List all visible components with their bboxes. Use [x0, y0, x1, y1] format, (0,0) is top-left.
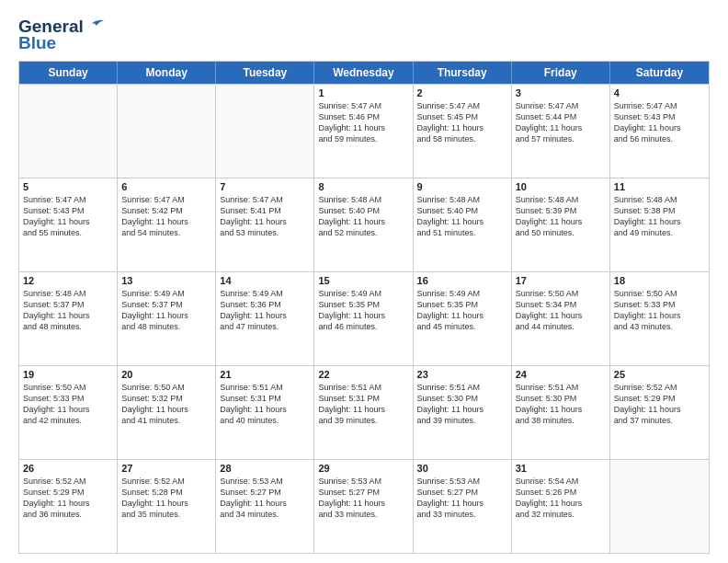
day-cell-31: 31Sunrise: 5:54 AM Sunset: 5:26 PM Dayli… — [512, 460, 610, 553]
logo-blue: Blue — [18, 33, 56, 53]
page: General Blue SundayMondayTuesdayWednesda… — [0, 0, 728, 563]
day-number: 24 — [516, 369, 606, 380]
weekday-header-sunday: Sunday — [19, 62, 118, 84]
day-number: 15 — [318, 275, 408, 286]
day-number: 3 — [516, 87, 606, 98]
day-info: Sunrise: 5:49 AM Sunset: 5:37 PM Dayligh… — [121, 288, 211, 333]
week-row-1: 1Sunrise: 5:47 AM Sunset: 5:46 PM Daylig… — [19, 84, 709, 178]
week-row-4: 19Sunrise: 5:50 AM Sunset: 5:33 PM Dayli… — [19, 365, 709, 459]
empty-cell — [610, 460, 709, 553]
day-info: Sunrise: 5:48 AM Sunset: 5:38 PM Dayligh… — [614, 194, 705, 239]
day-info: Sunrise: 5:53 AM Sunset: 5:27 PM Dayligh… — [417, 476, 507, 521]
day-number: 18 — [614, 275, 705, 286]
day-cell-29: 29Sunrise: 5:53 AM Sunset: 5:27 PM Dayli… — [314, 460, 413, 553]
day-info: Sunrise: 5:50 AM Sunset: 5:32 PM Dayligh… — [121, 382, 211, 427]
day-cell-5: 5Sunrise: 5:47 AM Sunset: 5:43 PM Daylig… — [19, 178, 118, 271]
day-number: 25 — [614, 369, 705, 380]
week-row-5: 26Sunrise: 5:52 AM Sunset: 5:29 PM Dayli… — [19, 459, 709, 553]
day-number: 17 — [516, 275, 606, 286]
day-number: 16 — [417, 275, 507, 286]
weekday-header-saturday: Saturday — [610, 62, 709, 84]
day-number: 30 — [417, 463, 507, 474]
day-number: 14 — [220, 275, 310, 286]
day-number: 26 — [23, 463, 113, 474]
day-cell-15: 15Sunrise: 5:49 AM Sunset: 5:35 PM Dayli… — [314, 272, 413, 365]
day-info: Sunrise: 5:53 AM Sunset: 5:27 PM Dayligh… — [318, 476, 408, 521]
day-cell-2: 2Sunrise: 5:47 AM Sunset: 5:45 PM Daylig… — [414, 85, 512, 178]
day-info: Sunrise: 5:51 AM Sunset: 5:31 PM Dayligh… — [318, 382, 408, 427]
day-info: Sunrise: 5:51 AM Sunset: 5:31 PM Dayligh… — [220, 382, 310, 427]
day-cell-17: 17Sunrise: 5:50 AM Sunset: 5:34 PM Dayli… — [512, 272, 610, 365]
day-info: Sunrise: 5:48 AM Sunset: 5:37 PM Dayligh… — [23, 288, 113, 333]
calendar-header: SundayMondayTuesdayWednesdayThursdayFrid… — [19, 62, 709, 84]
day-cell-24: 24Sunrise: 5:51 AM Sunset: 5:30 PM Dayli… — [512, 366, 610, 459]
day-cell-6: 6Sunrise: 5:47 AM Sunset: 5:42 PM Daylig… — [118, 178, 216, 271]
day-cell-27: 27Sunrise: 5:52 AM Sunset: 5:28 PM Dayli… — [118, 460, 216, 553]
week-row-2: 5Sunrise: 5:47 AM Sunset: 5:43 PM Daylig… — [19, 178, 709, 271]
day-number: 27 — [121, 463, 211, 474]
weekday-header-wednesday: Wednesday — [314, 62, 413, 84]
weekday-header-monday: Monday — [118, 62, 216, 84]
day-info: Sunrise: 5:47 AM Sunset: 5:43 PM Dayligh… — [23, 194, 113, 239]
day-cell-20: 20Sunrise: 5:50 AM Sunset: 5:32 PM Dayli… — [118, 366, 216, 459]
day-number: 31 — [516, 463, 606, 474]
logo-bird-icon — [85, 17, 106, 33]
day-info: Sunrise: 5:51 AM Sunset: 5:30 PM Dayligh… — [516, 382, 606, 427]
day-cell-21: 21Sunrise: 5:51 AM Sunset: 5:31 PM Dayli… — [216, 366, 314, 459]
day-info: Sunrise: 5:50 AM Sunset: 5:33 PM Dayligh… — [23, 382, 113, 427]
day-info: Sunrise: 5:52 AM Sunset: 5:28 PM Dayligh… — [121, 476, 211, 521]
day-info: Sunrise: 5:49 AM Sunset: 5:35 PM Dayligh… — [417, 288, 507, 333]
day-number: 19 — [23, 369, 113, 380]
day-cell-11: 11Sunrise: 5:48 AM Sunset: 5:38 PM Dayli… — [610, 178, 709, 271]
day-info: Sunrise: 5:48 AM Sunset: 5:40 PM Dayligh… — [318, 194, 408, 239]
day-number: 12 — [23, 275, 113, 286]
day-cell-14: 14Sunrise: 5:49 AM Sunset: 5:36 PM Dayli… — [216, 272, 314, 365]
day-number: 28 — [220, 463, 310, 474]
day-info: Sunrise: 5:54 AM Sunset: 5:26 PM Dayligh… — [516, 476, 606, 521]
day-cell-16: 16Sunrise: 5:49 AM Sunset: 5:35 PM Dayli… — [414, 272, 512, 365]
day-cell-30: 30Sunrise: 5:53 AM Sunset: 5:27 PM Dayli… — [414, 460, 512, 553]
day-info: Sunrise: 5:47 AM Sunset: 5:43 PM Dayligh… — [614, 100, 705, 145]
day-number: 20 — [121, 369, 211, 380]
day-cell-10: 10Sunrise: 5:48 AM Sunset: 5:39 PM Dayli… — [512, 178, 610, 271]
day-info: Sunrise: 5:50 AM Sunset: 5:33 PM Dayligh… — [614, 288, 705, 333]
day-info: Sunrise: 5:48 AM Sunset: 5:39 PM Dayligh… — [516, 194, 606, 239]
day-number: 1 — [318, 87, 408, 98]
empty-cell — [216, 85, 314, 178]
day-info: Sunrise: 5:51 AM Sunset: 5:30 PM Dayligh… — [417, 382, 507, 427]
day-info: Sunrise: 5:52 AM Sunset: 5:29 PM Dayligh… — [614, 382, 705, 427]
day-info: Sunrise: 5:47 AM Sunset: 5:41 PM Dayligh… — [220, 194, 310, 239]
day-info: Sunrise: 5:49 AM Sunset: 5:35 PM Dayligh… — [318, 288, 408, 333]
empty-cell — [19, 85, 118, 178]
day-info: Sunrise: 5:52 AM Sunset: 5:29 PM Dayligh… — [23, 476, 113, 521]
day-cell-7: 7Sunrise: 5:47 AM Sunset: 5:41 PM Daylig… — [216, 178, 314, 271]
day-info: Sunrise: 5:47 AM Sunset: 5:46 PM Dayligh… — [318, 100, 408, 145]
day-number: 6 — [121, 181, 211, 192]
day-number: 4 — [614, 87, 705, 98]
day-info: Sunrise: 5:47 AM Sunset: 5:45 PM Dayligh… — [417, 100, 507, 145]
header: General Blue — [18, 17, 710, 53]
day-number: 10 — [516, 181, 606, 192]
day-number: 8 — [318, 181, 408, 192]
weekday-header-tuesday: Tuesday — [216, 62, 314, 84]
day-cell-1: 1Sunrise: 5:47 AM Sunset: 5:46 PM Daylig… — [314, 85, 413, 178]
day-number: 13 — [121, 275, 211, 286]
day-info: Sunrise: 5:48 AM Sunset: 5:40 PM Dayligh… — [417, 194, 507, 239]
day-cell-4: 4Sunrise: 5:47 AM Sunset: 5:43 PM Daylig… — [610, 85, 709, 178]
day-cell-22: 22Sunrise: 5:51 AM Sunset: 5:31 PM Dayli… — [314, 366, 413, 459]
day-cell-28: 28Sunrise: 5:53 AM Sunset: 5:27 PM Dayli… — [216, 460, 314, 553]
day-number: 7 — [220, 181, 310, 192]
day-cell-18: 18Sunrise: 5:50 AM Sunset: 5:33 PM Dayli… — [610, 272, 709, 365]
calendar-body: 1Sunrise: 5:47 AM Sunset: 5:46 PM Daylig… — [19, 84, 709, 553]
day-number: 29 — [318, 463, 408, 474]
day-info: Sunrise: 5:53 AM Sunset: 5:27 PM Dayligh… — [220, 476, 310, 521]
day-number: 23 — [417, 369, 507, 380]
day-cell-19: 19Sunrise: 5:50 AM Sunset: 5:33 PM Dayli… — [19, 366, 118, 459]
logo: General Blue — [18, 17, 106, 53]
calendar: SundayMondayTuesdayWednesdayThursdayFrid… — [18, 61, 710, 554]
week-row-3: 12Sunrise: 5:48 AM Sunset: 5:37 PM Dayli… — [19, 271, 709, 365]
empty-cell — [118, 85, 216, 178]
day-cell-25: 25Sunrise: 5:52 AM Sunset: 5:29 PM Dayli… — [610, 366, 709, 459]
weekday-header-friday: Friday — [512, 62, 610, 84]
day-cell-9: 9Sunrise: 5:48 AM Sunset: 5:40 PM Daylig… — [414, 178, 512, 271]
